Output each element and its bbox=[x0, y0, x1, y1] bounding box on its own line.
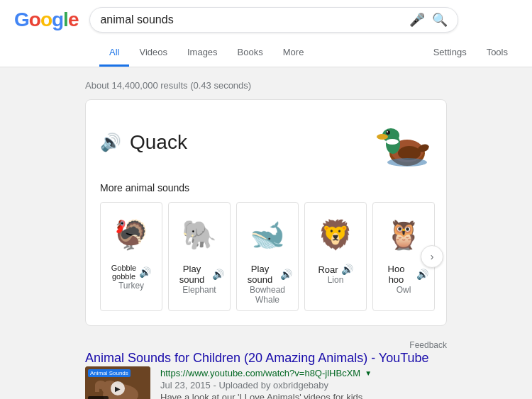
header-top: Google animal sounds 🎤 🔍 bbox=[14, 7, 518, 40]
animal-card-turkey[interactable]: 🦃 Gobblegobble 🔊 Turkey bbox=[100, 202, 162, 311]
lion-sound-row: Roar 🔊 bbox=[318, 264, 353, 275]
nav-tabs: All Videos Images Books More Settings To… bbox=[14, 40, 518, 67]
tab-videos[interactable]: Videos bbox=[129, 40, 177, 67]
quack-section: 🔊 Quack bbox=[100, 114, 432, 171]
elephant-sound-icon[interactable]: 🔊 bbox=[212, 269, 224, 280]
search-result-1: Animal Sounds for Children (20 Amazing A… bbox=[85, 350, 447, 399]
tab-images[interactable]: Images bbox=[177, 40, 228, 67]
result-1-url-row: https://www.youtube.com/watch?v=h8Q-jlHB… bbox=[160, 368, 447, 378]
svg-point-10 bbox=[387, 158, 427, 167]
elephant-name: Elephant bbox=[182, 285, 216, 295]
svg-point-5 bbox=[377, 134, 388, 140]
result-1-snippet: Have a look at our 'I Love Animals' vide… bbox=[160, 390, 447, 399]
tab-tools[interactable]: Tools bbox=[477, 40, 518, 67]
svg-point-7 bbox=[387, 131, 388, 133]
animal-card-whale[interactable]: 🐋 Play sound 🔊 Bowhead Whale bbox=[236, 202, 299, 311]
elephant-sound-label: Play sound bbox=[174, 264, 209, 285]
video-duration: 4:13 bbox=[88, 396, 109, 399]
tab-books[interactable]: Books bbox=[228, 40, 273, 67]
svg-point-8 bbox=[386, 139, 399, 145]
video-badge: Animal Sounds bbox=[88, 369, 131, 377]
svg-rect-20 bbox=[95, 385, 99, 392]
svg-point-6 bbox=[386, 130, 390, 135]
result-1-url: https://www.youtube.com/watch?v=h8Q-jlHB… bbox=[160, 368, 360, 378]
lion-name: Lion bbox=[328, 275, 344, 285]
play-icon[interactable]: ▶ bbox=[111, 381, 125, 395]
tab-settings[interactable]: Settings bbox=[423, 40, 477, 67]
lion-image: 🦁 bbox=[311, 210, 360, 259]
search-bar-icons: 🎤 🔍 bbox=[409, 12, 448, 28]
main-content: About 14,400,000 results (0.43 seconds) … bbox=[0, 67, 532, 399]
next-arrow-button[interactable]: › bbox=[421, 245, 443, 268]
turkey-sound-label: Gobblegobble bbox=[111, 264, 136, 281]
mic-icon[interactable]: 🎤 bbox=[409, 12, 425, 28]
svg-point-2 bbox=[398, 146, 421, 160]
animal-grid: 🦃 Gobblegobble 🔊 Turkey 🐘 Play sound 🔊 E… bbox=[100, 202, 432, 311]
knowledge-card: 🔊 Quack bbox=[85, 99, 447, 326]
result-1-title[interactable]: Animal Sounds for Children (20 Amazing A… bbox=[85, 351, 429, 365]
owl-sound-icon[interactable]: 🔊 bbox=[416, 269, 428, 280]
video-thumbnail[interactable]: Animal Sounds ▶ 4:13 bbox=[85, 366, 150, 399]
turkey-sound-row: Gobblegobble 🔊 bbox=[111, 264, 151, 281]
lion-sound-label: Roar bbox=[318, 264, 338, 275]
lion-sound-icon[interactable]: 🔊 bbox=[341, 264, 353, 275]
result-1-date: Jul 23, 2015 - Uploaded by oxbridgebaby bbox=[160, 380, 447, 390]
duck-image bbox=[375, 114, 432, 171]
tab-more[interactable]: More bbox=[273, 40, 314, 67]
owl-sound-label: Hoo hoo bbox=[379, 264, 414, 285]
whale-name: Bowhead Whale bbox=[243, 285, 292, 305]
tab-all[interactable]: All bbox=[99, 40, 129, 67]
more-sounds-label: More animal sounds bbox=[100, 182, 432, 193]
quack-left: 🔊 Quack bbox=[100, 131, 187, 154]
owl-sound-row: Hoo hoo 🔊 bbox=[379, 264, 428, 285]
turkey-sound-icon[interactable]: 🔊 bbox=[139, 266, 151, 278]
quack-text: Quack bbox=[130, 131, 187, 154]
elephant-sound-row: Play sound 🔊 bbox=[174, 264, 224, 285]
search-submit-icon[interactable]: 🔍 bbox=[432, 12, 448, 28]
sound-icon[interactable]: 🔊 bbox=[100, 133, 121, 152]
result-1-dropdown[interactable]: ▼ bbox=[365, 369, 372, 377]
whale-image: 🐋 bbox=[243, 210, 292, 259]
whale-sound-row: Play sound 🔊 bbox=[243, 264, 292, 285]
animal-card-elephant[interactable]: 🐘 Play sound 🔊 Elephant bbox=[168, 202, 231, 311]
result-1-with-thumb: Animal Sounds ▶ 4:13 https://www.youtube… bbox=[85, 366, 447, 399]
results-info: About 14,400,000 results (0.43 seconds) bbox=[85, 74, 447, 99]
elephant-image: 🐘 bbox=[174, 210, 224, 259]
animal-card-lion[interactable]: 🦁 Roar 🔊 Lion bbox=[304, 202, 367, 311]
search-bar: animal sounds 🎤 🔍 bbox=[89, 7, 458, 33]
whale-sound-label: Play sound bbox=[243, 264, 277, 285]
whale-sound-icon[interactable]: 🔊 bbox=[280, 269, 292, 280]
feedback-link[interactable]: Feedback bbox=[85, 340, 447, 350]
nav-right: Settings Tools bbox=[423, 40, 518, 67]
owl-name: Owl bbox=[397, 285, 411, 295]
google-logo[interactable]: Google bbox=[14, 9, 78, 31]
result-1-text: https://www.youtube.com/watch?v=h8Q-jlHB… bbox=[160, 366, 447, 399]
turkey-image: 🦃 bbox=[106, 210, 156, 259]
search-input[interactable]: animal sounds bbox=[100, 13, 409, 26]
header: Google animal sounds 🎤 🔍 All Videos Imag… bbox=[0, 0, 532, 67]
turkey-name: Turkey bbox=[118, 281, 144, 291]
